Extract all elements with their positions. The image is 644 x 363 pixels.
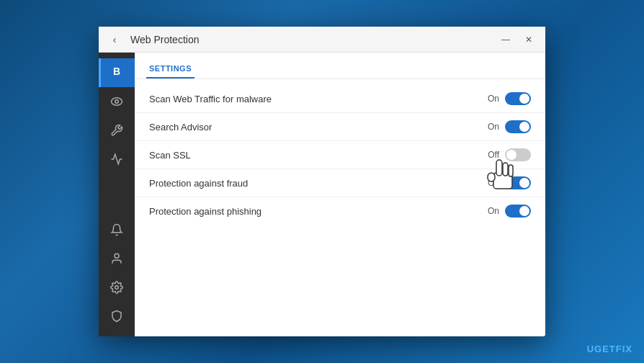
protection-phishing-knob xyxy=(519,206,529,216)
protection-fraud-status: On xyxy=(488,178,499,188)
sidebar-item-settings1[interactable] xyxy=(99,273,135,302)
scan-ssl-label: Scan SSL xyxy=(149,150,488,161)
scan-web-label: Scan Web Traffic for malware xyxy=(149,94,488,104)
window-controls: — ✕ xyxy=(495,30,540,50)
analytics-icon xyxy=(110,153,123,166)
user-icon xyxy=(110,252,123,265)
desktop: ‹ Web Protection — ✕ B xyxy=(0,0,644,363)
sidebar-item-settings2[interactable] xyxy=(99,302,135,331)
shield-icon xyxy=(110,310,123,323)
brand-icon: B xyxy=(105,60,128,83)
settings-panel: SETTINGS Scan Web Traffic for malware On… xyxy=(135,53,545,336)
setting-row-search-advisor: Search Advisor On xyxy=(135,113,545,141)
watermark-suffix: FIX xyxy=(616,344,632,354)
protection-phishing-toggle[interactable] xyxy=(505,205,531,218)
window-title: Web Protection xyxy=(125,34,495,45)
search-advisor-knob xyxy=(519,122,529,132)
close-button[interactable]: ✕ xyxy=(518,30,540,50)
scan-ssl-knob xyxy=(506,150,516,160)
tabs-bar: SETTINGS xyxy=(135,53,545,79)
setting-row-protection-phishing: Protection against phishing On xyxy=(135,197,545,225)
tab-settings[interactable]: SETTINGS xyxy=(146,58,194,79)
sidebar-item-alerts[interactable] xyxy=(99,215,135,244)
search-advisor-status: On xyxy=(488,122,499,132)
scan-web-knob xyxy=(519,94,529,104)
settings-list: Scan Web Traffic for malware On Search A… xyxy=(135,79,545,336)
svg-point-2 xyxy=(115,254,119,258)
scan-ssl-toggle[interactable] xyxy=(505,148,531,161)
setting-row-protection-fraud: Protection against fraud On xyxy=(135,169,545,197)
title-bar: ‹ Web Protection — ✕ xyxy=(99,27,545,53)
protection-fraud-knob xyxy=(519,178,529,188)
search-advisor-label: Search Advisor xyxy=(149,122,488,133)
setting-row-scan-web: Scan Web Traffic for malware On xyxy=(135,85,545,113)
watermark-accent: ET xyxy=(602,344,616,354)
scan-web-status: On xyxy=(488,94,499,104)
protection-phishing-label: Protection against phishing xyxy=(149,206,488,217)
watermark-prefix: UG xyxy=(587,344,603,354)
svg-point-3 xyxy=(115,286,119,290)
svg-point-1 xyxy=(115,100,119,104)
svg-point-0 xyxy=(112,98,122,106)
sidebar-brand[interactable]: B xyxy=(99,58,135,87)
minimize-button[interactable]: — xyxy=(495,30,516,50)
main-content: B xyxy=(99,53,545,336)
sidebar-item-tools[interactable] xyxy=(99,116,135,145)
sidebar-item-analytics[interactable] xyxy=(99,145,135,174)
protection-fraud-toggle[interactable] xyxy=(505,176,531,189)
sidebar-item-view[interactable] xyxy=(99,87,135,116)
watermark: UGETFIX xyxy=(587,344,632,354)
gear-icon xyxy=(110,281,123,294)
sidebar: B xyxy=(99,53,135,336)
search-advisor-toggle[interactable] xyxy=(505,120,531,133)
scan-web-toggle[interactable] xyxy=(505,92,531,105)
tools-icon xyxy=(110,124,123,137)
protection-fraud-label: Protection against fraud xyxy=(149,178,488,189)
sidebar-item-profile[interactable] xyxy=(99,244,135,273)
protection-phishing-status: On xyxy=(488,206,499,216)
bell-icon xyxy=(110,223,123,236)
scan-ssl-status: Off xyxy=(488,150,499,160)
setting-row-scan-ssl: Scan SSL Off xyxy=(135,141,545,169)
app-window: ‹ Web Protection — ✕ B xyxy=(99,27,545,336)
eye-icon xyxy=(110,95,123,108)
back-button[interactable]: ‹ xyxy=(104,30,125,50)
